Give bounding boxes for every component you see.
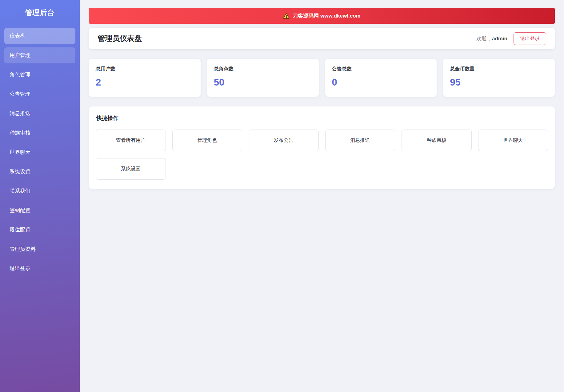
quick-action-world-chat[interactable]: 世界聊天 bbox=[478, 130, 548, 151]
sidebar-item-user-management[interactable]: 用户管理 bbox=[4, 47, 75, 63]
stat-value: 95 bbox=[450, 77, 548, 88]
quick-actions-title: 快捷操作 bbox=[96, 114, 548, 122]
quick-action-view-all-users[interactable]: 查看所有用户 bbox=[96, 130, 166, 151]
quick-action-race-review[interactable]: 种族审核 bbox=[402, 130, 472, 151]
page-header: 管理员仪表盘 欢迎，admin 退出登录 bbox=[89, 28, 555, 49]
sidebar-item-race-review[interactable]: 种族审核 bbox=[4, 125, 75, 141]
logout-button[interactable]: 退出登录 bbox=[514, 32, 546, 45]
banner-text: 刀客源码网 www.dkewl.com bbox=[293, 12, 360, 19]
sidebar-item-announcements[interactable]: 公告管理 bbox=[4, 86, 75, 102]
stat-value: 50 bbox=[214, 77, 312, 88]
sidebar-item-world-chat[interactable]: 世界聊天 bbox=[4, 144, 75, 160]
sidebar-item-rank-config[interactable]: 段位配置 bbox=[4, 222, 75, 238]
sidebar: 管理后台 仪表盘 用户管理 角色管理 公告管理 消息推送 种族审核 世界聊天 系… bbox=[0, 0, 80, 392]
stat-value: 0 bbox=[332, 77, 430, 88]
stat-cards-row: 总用户数 2 总角色数 50 公告总数 0 总金币数量 95 bbox=[89, 59, 555, 97]
header-right: 欢迎，admin 退出登录 bbox=[476, 32, 546, 45]
warning-icon bbox=[283, 13, 290, 19]
app-title: 管理后台 bbox=[0, 0, 80, 18]
stat-label: 总用户数 bbox=[96, 66, 194, 72]
quick-actions-grid: 查看所有用户 管理角色 发布公告 消息推送 种族审核 世界聊天 系统设置 bbox=[96, 130, 548, 180]
sidebar-item-system-settings[interactable]: 系统设置 bbox=[4, 164, 75, 180]
quick-action-system-settings[interactable]: 系统设置 bbox=[96, 158, 166, 180]
quick-action-publish-notice[interactable]: 发布公告 bbox=[249, 130, 319, 151]
stat-label: 总金币数量 bbox=[450, 66, 548, 72]
sidebar-menu: 仪表盘 用户管理 角色管理 公告管理 消息推送 种族审核 世界聊天 系统设置 联… bbox=[0, 28, 80, 277]
sidebar-item-message-push[interactable]: 消息推送 bbox=[4, 106, 75, 122]
sidebar-item-logout[interactable]: 退出登录 bbox=[4, 261, 75, 277]
stat-card-total-coins: 总金币数量 95 bbox=[443, 59, 555, 97]
stat-card-total-announcements: 公告总数 0 bbox=[325, 59, 437, 97]
sidebar-item-checkin-config[interactable]: 签到配置 bbox=[4, 202, 75, 218]
sidebar-item-dashboard[interactable]: 仪表盘 bbox=[4, 28, 75, 44]
quick-action-manage-roles[interactable]: 管理角色 bbox=[172, 130, 242, 151]
stat-card-total-users: 总用户数 2 bbox=[89, 59, 201, 97]
username: admin bbox=[492, 36, 507, 42]
stat-label: 总角色数 bbox=[214, 66, 312, 72]
quick-actions-panel: 快捷操作 查看所有用户 管理角色 发布公告 消息推送 种族审核 世界聊天 系统设… bbox=[89, 106, 555, 189]
quick-action-message-push[interactable]: 消息推送 bbox=[325, 130, 395, 151]
stat-card-total-roles: 总角色数 50 bbox=[207, 59, 319, 97]
stat-label: 公告总数 bbox=[332, 66, 430, 72]
notice-banner: 刀客源码网 www.dkewl.com bbox=[89, 8, 555, 24]
sidebar-item-contact-us[interactable]: 联系我们 bbox=[4, 183, 75, 199]
page-title: 管理员仪表盘 bbox=[98, 34, 142, 43]
sidebar-item-role-management[interactable]: 角色管理 bbox=[4, 67, 75, 83]
welcome-text: 欢迎，admin bbox=[476, 35, 507, 42]
main-content: 刀客源码网 www.dkewl.com 管理员仪表盘 欢迎，admin 退出登录… bbox=[80, 0, 564, 197]
stat-value: 2 bbox=[96, 77, 194, 88]
sidebar-item-admin-profile[interactable]: 管理员资料 bbox=[4, 241, 75, 257]
